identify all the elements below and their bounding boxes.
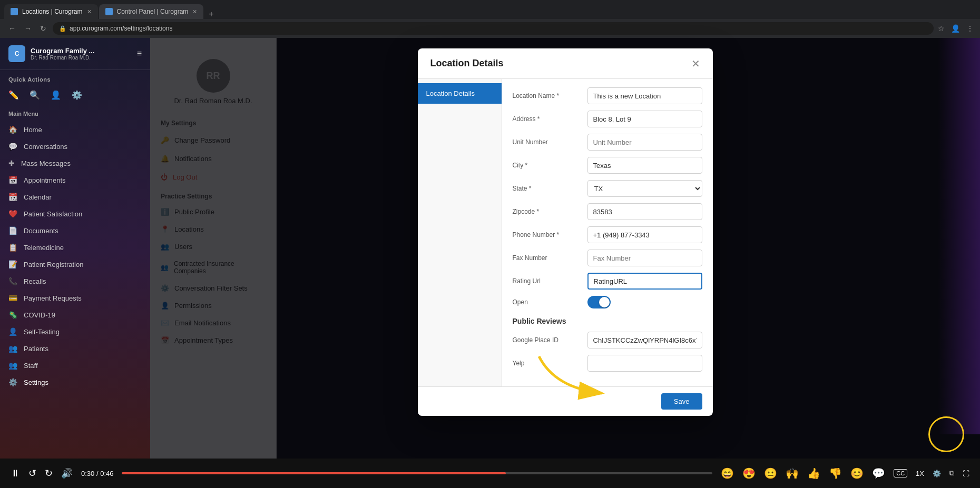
filter-icon[interactable]: ⚙️ [72,90,82,100]
tab-bar: Locations | Curogram ✕ Control Panel | C… [0,0,980,19]
menu-icon[interactable]: ⋮ [966,24,974,33]
modal-close-button[interactable]: ✕ [691,58,700,69]
google-place-id-input[interactable] [587,332,702,348]
profile-icon[interactable]: 👤 [951,24,960,33]
quick-actions-label: Quick Actions [0,70,150,86]
location-name-input[interactable] [587,87,702,104]
appointments-icon: 📅 [8,176,17,184]
new-tab-button[interactable]: + [204,9,218,19]
staff-icon: 👥 [8,361,17,370]
state-row: State * TX CA NY [513,180,702,197]
zipcode-row: Zipcode * [513,203,702,220]
pip-button[interactable]: ⧉ [949,469,954,477]
covid-icon: 🦠 [8,311,17,319]
address-label: Address * [513,115,581,123]
sidebar-item-appointments[interactable]: 📅 Appointments [0,172,150,188]
yelp-input[interactable] [587,355,702,372]
main-area: RR Dr. Rad Roman Roa M.D. My Settings 🔑 … [150,38,980,464]
sidebar-logo: C Curogram Family ... Dr. Rad Roman Roa … [8,45,94,62]
sidebar-item-telemedicine[interactable]: 📋 Telemedicine [0,239,150,256]
rewind-button[interactable]: ↺ [28,467,36,479]
documents-label: Documents [24,227,58,235]
tab-close-button[interactable]: ✕ [87,8,92,15]
sidebar-item-self-testing[interactable]: 👤 Self-Testing [0,323,150,340]
phone-input[interactable] [587,226,702,243]
state-select[interactable]: TX CA NY [587,180,702,197]
fax-input[interactable] [587,250,702,266]
emoji-chat[interactable]: 💬 [872,467,885,480]
cc-button[interactable]: CC [894,469,907,477]
hamburger-icon[interactable]: ≡ [137,49,142,58]
emoji-laugh[interactable]: 😄 [721,467,734,480]
app-container: C Curogram Family ... Dr. Rad Roman Roa … [0,38,980,464]
fast-forward-button[interactable]: ↻ [45,467,53,479]
tab-locations[interactable]: Locations | Curogram ✕ [4,4,98,19]
play-pause-button[interactable]: ⏸ [11,468,20,479]
volume-button[interactable]: 🔊 [61,467,73,479]
tab-close-button-2[interactable]: ✕ [192,8,197,15]
modal-tabs: Location Details [418,79,502,386]
telemedicine-label: Telemedicine [24,244,64,252]
emoji-smile[interactable]: 😊 [850,467,864,480]
video-progress-bar[interactable] [122,472,712,474]
settings-button-video[interactable]: ⚙️ [933,470,941,477]
bookmark-icon[interactable]: ☆ [938,24,945,33]
rating-url-input[interactable] [587,273,702,290]
zipcode-input[interactable] [587,203,702,220]
mass-messages-icon: ✚ [8,159,15,167]
phone-row: Phone Number * [513,226,702,243]
sidebar-item-patients[interactable]: 👥 Patients [0,340,150,357]
sidebar-item-recalls[interactable]: 📞 Recalls [0,273,150,290]
time-current: 0:30 [81,470,94,477]
sidebar-item-conversations[interactable]: 💬 Conversations [0,138,150,155]
fullscreen-button[interactable]: ⛶ [963,470,969,477]
sidebar-item-documents[interactable]: 📄 Documents [0,222,150,239]
sidebar-item-patient-registration[interactable]: 📝 Patient Registration [0,256,150,273]
browser-chrome: Locations | Curogram ✕ Control Panel | C… [0,0,980,38]
emoji-reactions: 😄 😍 😐 🙌 👍 👎 😊 💬 [721,467,885,480]
sidebar-item-home[interactable]: 🏠 Home [0,121,150,138]
compose-icon[interactable]: ✏️ [8,90,19,100]
nav-bar: ← → ↻ 🔒 app.curogram.com/settings/locati… [0,19,980,38]
self-testing-icon: 👤 [8,327,17,336]
forward-button[interactable]: → [22,23,34,34]
tab-control-panel[interactable]: Control Panel | Curogram ✕ [99,4,204,19]
speed-button[interactable]: 1X [916,470,924,477]
payment-icon: 💳 [8,294,17,302]
main-menu-label: Main Menu [0,106,150,121]
address-bar[interactable]: 🔒 app.curogram.com/settings/locations [53,22,934,35]
sidebar-item-settings[interactable]: ⚙️ Settings [0,374,150,391]
sidebar-item-covid[interactable]: 🦠 COVID-19 [0,306,150,323]
google-place-id-row: Google Place ID [513,332,702,348]
logo-text: C [15,50,19,57]
open-toggle[interactable] [587,296,611,308]
tab-label: Locations | Curogram [22,8,83,15]
unit-number-input[interactable] [587,134,702,151]
staff-label: Staff [24,362,38,370]
city-input[interactable] [587,157,702,174]
sidebar-item-calendar[interactable]: 📆 Calendar [0,188,150,205]
emoji-thumbsup[interactable]: 👍 [807,467,820,480]
tab-favicon [11,8,18,15]
sidebar-item-mass-messages[interactable]: ✚ Mass Messages [0,155,150,172]
payment-label: Payment Requests [24,294,82,302]
sidebar-title-block: Curogram Family ... Dr. Rad Roman Roa M.… [31,47,94,61]
save-button[interactable]: Save [661,393,702,410]
unit-number-row: Unit Number [513,134,702,151]
back-button[interactable]: ← [6,23,18,34]
modal-header: Location Details ✕ [418,48,713,79]
emoji-hands[interactable]: 🙌 [786,467,799,480]
sidebar-item-patient-satisfaction[interactable]: ❤️ Patient Satisfaction [0,205,150,222]
reload-button[interactable]: ↻ [38,23,48,34]
sidebar-item-staff[interactable]: 👥 Staff [0,357,150,374]
tab-location-details[interactable]: Location Details [418,83,502,104]
yelp-label: Yelp [513,360,581,367]
emoji-love[interactable]: 😍 [742,467,756,480]
sidebar-item-payment-requests[interactable]: 💳 Payment Requests [0,290,150,306]
tab-label-2: Control Panel | Curogram [117,8,189,15]
emoji-neutral[interactable]: 😐 [764,467,777,480]
user-icon[interactable]: 👤 [51,90,61,100]
address-input[interactable] [587,111,702,127]
emoji-thumbsdown[interactable]: 👎 [829,467,842,480]
search-icon[interactable]: 🔍 [30,90,40,100]
